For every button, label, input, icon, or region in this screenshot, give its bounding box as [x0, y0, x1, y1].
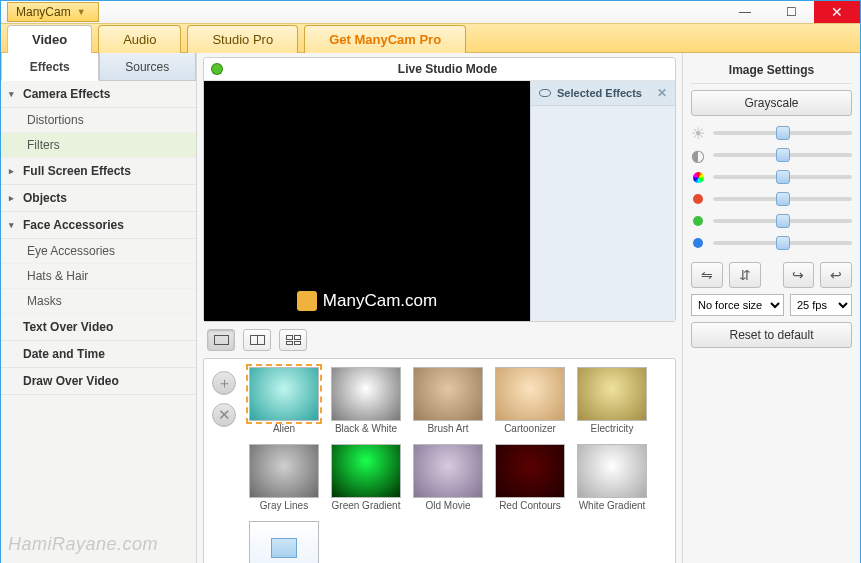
- close-button[interactable]: ✕: [814, 1, 860, 23]
- grid-view-icon: [286, 335, 301, 345]
- fps-select[interactable]: 25 fps: [790, 294, 852, 316]
- layout-single-button[interactable]: [207, 329, 235, 351]
- tab-get-pro[interactable]: Get ManyCam Pro: [304, 25, 466, 53]
- undo-icon: ↩: [830, 267, 842, 283]
- reset-to-default-button[interactable]: Reset to default: [691, 322, 852, 348]
- download-icon: [271, 538, 297, 558]
- manycam-logo-icon: [297, 291, 317, 311]
- category-camera-effects[interactable]: ▾Camera Effects: [1, 81, 196, 108]
- chevron-down-icon: ▾: [9, 89, 19, 99]
- chevron-right-icon: ▸: [9, 166, 19, 176]
- pip-view-icon: [250, 335, 265, 345]
- thumbnail-label: White Gradient: [576, 500, 648, 511]
- layout-pip-button[interactable]: [243, 329, 271, 351]
- category-date-time[interactable]: Date and Time: [1, 341, 196, 368]
- effect-thumb-green-gradient[interactable]: Green Gradient: [330, 444, 402, 511]
- effect-thumb-brush-art[interactable]: Brush Art: [412, 367, 484, 434]
- sidebar-tab-effects[interactable]: Effects: [1, 53, 99, 81]
- thumbnail-image: [495, 367, 565, 421]
- chevron-down-icon: ▼: [77, 7, 86, 17]
- green-slider[interactable]: [713, 219, 852, 223]
- effect-thumb-cartoonizer[interactable]: Cartoonizer: [494, 367, 566, 434]
- effect-thumb-red-contours[interactable]: Red Contours: [494, 444, 566, 511]
- undo-button[interactable]: ↩: [820, 262, 852, 288]
- thumbnail-label: Brush Art: [412, 423, 484, 434]
- thumbnail-label: Black & White: [330, 423, 402, 434]
- subcategory-masks[interactable]: Masks: [1, 289, 196, 314]
- preview-title: Live Studio Mode: [228, 62, 667, 76]
- effect-thumb-electricity[interactable]: Electricity: [576, 367, 648, 434]
- blue-icon: [691, 236, 705, 250]
- category-full-screen-effects[interactable]: ▸Full Screen Effects: [1, 158, 196, 185]
- tab-studio-pro[interactable]: Studio Pro: [187, 25, 298, 53]
- effect-thumb-black-white[interactable]: Black & White: [330, 367, 402, 434]
- single-view-icon: [214, 335, 229, 345]
- tab-video[interactable]: Video: [7, 25, 92, 53]
- category-objects[interactable]: ▸Objects: [1, 185, 196, 212]
- effect-thumb-alien[interactable]: Alien: [248, 367, 320, 434]
- maximize-button[interactable]: ☐: [768, 1, 814, 23]
- chevron-down-icon: ▾: [9, 220, 19, 230]
- sidebar-tab-sources[interactable]: Sources: [99, 53, 197, 81]
- category-label: Date and Time: [23, 347, 105, 361]
- color-slider[interactable]: [713, 175, 852, 179]
- category-draw-over-video[interactable]: Draw Over Video: [1, 368, 196, 395]
- grayscale-button[interactable]: Grayscale: [691, 90, 852, 116]
- app-menu-button[interactable]: ManyCam ▼: [7, 2, 99, 22]
- red-icon: [691, 192, 705, 206]
- brightness-slider[interactable]: [713, 131, 852, 135]
- flip-vertical-icon: ⇵: [739, 267, 751, 283]
- thumbnail-image: [413, 444, 483, 498]
- flip-horizontal-icon: ⇋: [701, 267, 713, 283]
- thumbnail-label: Green Gradient: [330, 500, 402, 511]
- thumbnail-image: [249, 367, 319, 421]
- effect-thumb-white-gradient[interactable]: White Gradient: [576, 444, 648, 511]
- thumbnail-image: [495, 444, 565, 498]
- thumbnail-image: [577, 367, 647, 421]
- red-slider[interactable]: [713, 197, 852, 201]
- thumbnail-label: Cartoonizer: [494, 423, 566, 434]
- flip-vertical-button[interactable]: ⇵: [729, 262, 761, 288]
- subcategory-distortions[interactable]: Distortions: [1, 108, 196, 133]
- thumbnail-image: [249, 444, 319, 498]
- thumbnail-label: Gray Lines: [248, 500, 320, 511]
- blue-slider[interactable]: [713, 241, 852, 245]
- thumbnail-image: [331, 444, 401, 498]
- layout-grid-button[interactable]: [279, 329, 307, 351]
- selected-effects-panel: Selected Effects ✕: [530, 81, 675, 321]
- effect-thumb-download-more[interactable]: Download more.manycam.com: [248, 521, 320, 563]
- color-icon: [691, 170, 705, 184]
- preview-watermark: ManyCam.com: [323, 291, 437, 311]
- green-icon: [691, 214, 705, 228]
- thumbnail-label: Old Movie: [412, 500, 484, 511]
- thumbnail-image: [331, 367, 401, 421]
- thumbnail-image: [577, 444, 647, 498]
- gallery-add-button[interactable]: ＋: [212, 371, 236, 395]
- subcategory-hats-hair[interactable]: Hats & Hair: [1, 264, 196, 289]
- subcategory-eye-accessories[interactable]: Eye Accessories: [1, 239, 196, 264]
- effect-thumb-gray-lines[interactable]: Gray Lines: [248, 444, 320, 511]
- close-selected-effects-button[interactable]: ✕: [657, 86, 667, 100]
- category-label: Text Over Video: [23, 320, 113, 334]
- thumbnail-label: Red Contours: [494, 500, 566, 511]
- chevron-right-icon: ▸: [9, 193, 19, 203]
- category-label: Draw Over Video: [23, 374, 119, 388]
- category-label: Full Screen Effects: [23, 164, 131, 178]
- redo-button[interactable]: ↪: [783, 262, 815, 288]
- subcategory-filters[interactable]: Filters: [1, 133, 196, 158]
- minimize-button[interactable]: —: [722, 1, 768, 23]
- contrast-slider[interactable]: [713, 153, 852, 157]
- tab-audio[interactable]: Audio: [98, 25, 181, 53]
- video-preview[interactable]: ManyCam.com: [204, 81, 530, 321]
- thumbnail-label: Alien: [248, 423, 320, 434]
- category-label: Camera Effects: [23, 87, 110, 101]
- contrast-icon: ◐: [691, 148, 705, 162]
- gallery-remove-button[interactable]: ✕: [212, 403, 236, 427]
- flip-horizontal-button[interactable]: ⇋: [691, 262, 723, 288]
- eye-icon: [539, 89, 551, 97]
- category-face-accessories[interactable]: ▾Face Accessories: [1, 212, 196, 239]
- force-size-select[interactable]: No force size: [691, 294, 784, 316]
- category-text-over-video[interactable]: Text Over Video: [1, 314, 196, 341]
- thumbnail-label: Electricity: [576, 423, 648, 434]
- effect-thumb-old-movie[interactable]: Old Movie: [412, 444, 484, 511]
